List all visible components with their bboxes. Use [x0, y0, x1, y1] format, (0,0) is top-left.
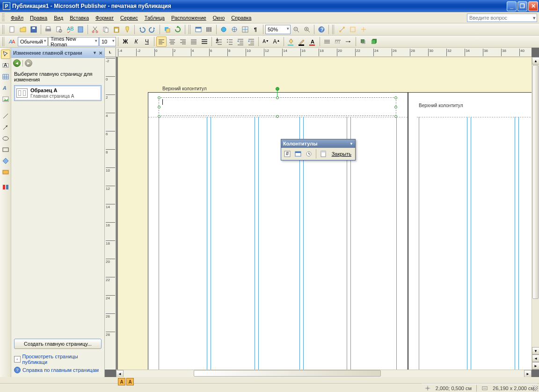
- increase-indent-icon[interactable]: [246, 36, 256, 47]
- page-tab-a-right[interactable]: A: [126, 378, 134, 385]
- wordart-tool-icon[interactable]: A: [1, 83, 10, 93]
- special-chars-icon[interactable]: ¶: [251, 24, 261, 35]
- guides-icon[interactable]: [240, 24, 250, 35]
- picture-tool-icon[interactable]: [1, 94, 10, 104]
- new-icon[interactable]: [7, 24, 17, 35]
- menu-insert[interactable]: Вставка: [66, 14, 92, 22]
- print-preview-icon[interactable]: [54, 24, 64, 35]
- connect-icon3[interactable]: [358, 24, 369, 35]
- textbox-tool-icon[interactable]: A: [1, 61, 10, 70]
- vertical-ruler[interactable]: -20246810121416182022242628: [105, 57, 116, 370]
- nav-forward-icon[interactable]: ►: [25, 59, 32, 67]
- web-tools-icon[interactable]: [229, 24, 240, 35]
- open-icon[interactable]: [18, 24, 28, 35]
- arrow-tool-icon[interactable]: [1, 123, 10, 132]
- float-toolbar-close-button[interactable]: Закрыть: [329, 150, 354, 158]
- task-pane-close-icon[interactable]: ✕: [99, 51, 102, 56]
- scroll-left-icon[interactable]: ◄: [116, 370, 124, 377]
- menu-format[interactable]: Формат: [92, 14, 117, 22]
- view-pub-pages-link[interactable]: ▫Просмотреть страницы публикаци: [14, 353, 102, 366]
- paste-icon[interactable]: [111, 24, 122, 35]
- bulleted-list-icon[interactable]: [225, 36, 235, 47]
- horizontal-ruler[interactable]: -4-2024681012141618202224262830323436384…: [116, 48, 532, 57]
- scroll-down-icon[interactable]: ▼: [532, 347, 539, 355]
- hyperlink-icon[interactable]: [219, 24, 229, 35]
- connect-icon1[interactable]: [337, 24, 347, 35]
- design-gallery-icon[interactable]: [1, 182, 10, 192]
- redo-icon[interactable]: [147, 24, 158, 35]
- 3d-icon[interactable]: [369, 36, 379, 47]
- header-footer-toolbar[interactable]: Колонтитулы▼ # Закрыть: [281, 139, 356, 160]
- scroll-right-icon[interactable]: ►: [524, 370, 532, 377]
- save-icon[interactable]: [29, 24, 39, 35]
- hotspot-tool-icon[interactable]: [1, 167, 10, 177]
- styles-icon[interactable]: AA: [7, 36, 17, 47]
- autoshapes-tool-icon[interactable]: [1, 156, 10, 166]
- dash-style-icon[interactable]: [333, 36, 343, 47]
- line-color-icon[interactable]: [297, 36, 307, 47]
- undo-icon[interactable]: [137, 24, 147, 35]
- underline-icon[interactable]: Ч: [142, 36, 152, 47]
- font-size-combo[interactable]: 10: [99, 37, 116, 46]
- columns-icon[interactable]: [204, 24, 214, 35]
- distribute-icon[interactable]: [199, 36, 210, 47]
- bold-icon[interactable]: Ж: [120, 36, 131, 47]
- resize-grip[interactable]: [532, 385, 538, 391]
- menu-help[interactable]: Справка: [228, 14, 255, 22]
- insert-page-number-icon[interactable]: #: [282, 149, 292, 159]
- float-toolbar-drop-icon[interactable]: ▼: [350, 142, 353, 146]
- menu-view[interactable]: Вид: [51, 14, 66, 22]
- master-help-link[interactable]: ?Справка по главным страницам: [14, 366, 102, 374]
- menu-table[interactable]: Таблица: [141, 14, 168, 22]
- show-header-footer-icon[interactable]: [318, 149, 328, 159]
- align-left-icon[interactable]: [156, 36, 167, 47]
- menu-file[interactable]: Файл: [7, 14, 27, 22]
- next-page-icon[interactable]: ►: [532, 362, 539, 370]
- font-color-icon[interactable]: A: [307, 36, 318, 47]
- justify-icon[interactable]: [189, 36, 199, 47]
- page-right[interactable]: Верхний колонтитул: [408, 92, 532, 370]
- insert-time-icon[interactable]: [304, 149, 314, 159]
- page-tab-a-left[interactable]: A: [118, 378, 125, 385]
- zoom-out-icon[interactable]: [291, 24, 301, 35]
- prev-page-icon[interactable]: ◄: [532, 355, 539, 362]
- maximize-button[interactable]: ❐: [517, 1, 527, 11]
- research-icon[interactable]: [75, 24, 86, 35]
- increase-font-icon[interactable]: A▲: [271, 36, 282, 47]
- font-combo[interactable]: Times New Roman: [48, 37, 99, 46]
- select-tool-icon[interactable]: [1, 50, 10, 59]
- nav-back-icon[interactable]: ◄: [13, 59, 21, 67]
- align-center-icon[interactable]: [167, 36, 177, 47]
- line-tool-icon[interactable]: [1, 111, 10, 121]
- web-preview-icon[interactable]: [193, 24, 204, 35]
- zoom-combo[interactable]: 50%: [265, 25, 291, 34]
- cut-icon[interactable]: [90, 24, 100, 35]
- horizontal-scrollbar[interactable]: ◄ ►: [116, 370, 532, 377]
- oval-tool-icon[interactable]: [1, 134, 10, 143]
- menu-arrange[interactable]: Расположение: [168, 14, 210, 22]
- print-icon[interactable]: [43, 24, 53, 35]
- document-canvas[interactable]: Верхний колонтитул: [116, 57, 532, 370]
- decrease-font-icon[interactable]: A▼: [261, 36, 271, 47]
- numbered-list-icon[interactable]: 12: [214, 36, 224, 47]
- minimize-button[interactable]: _: [507, 1, 517, 11]
- style-combo[interactable]: Обычный: [18, 37, 48, 46]
- rectangle-tool-icon[interactable]: [1, 145, 10, 154]
- bring-front-icon[interactable]: [162, 24, 172, 35]
- vertical-scrollbar[interactable]: ▲ ▼ ◄ ►: [532, 57, 539, 370]
- help-icon[interactable]: ?: [316, 24, 327, 35]
- format-painter-icon[interactable]: [122, 24, 132, 35]
- header-textbox[interactable]: [159, 97, 396, 116]
- italic-icon[interactable]: К: [131, 36, 141, 47]
- master-page-item[interactable]: Образец A Главная страница A: [14, 85, 102, 101]
- menu-tools[interactable]: Сервис: [117, 14, 141, 22]
- decrease-indent-icon[interactable]: [235, 36, 246, 47]
- arrow-style-icon[interactable]: [343, 36, 354, 47]
- zoom-in-icon[interactable]: [302, 24, 312, 35]
- line-style-icon[interactable]: [322, 36, 332, 47]
- shadow-icon[interactable]: [358, 36, 368, 47]
- close-button[interactable]: ✕: [528, 1, 538, 11]
- insert-date-icon[interactable]: [293, 149, 303, 159]
- connect-icon2[interactable]: [348, 24, 358, 35]
- create-master-button[interactable]: Создать главную страницу...: [14, 339, 102, 349]
